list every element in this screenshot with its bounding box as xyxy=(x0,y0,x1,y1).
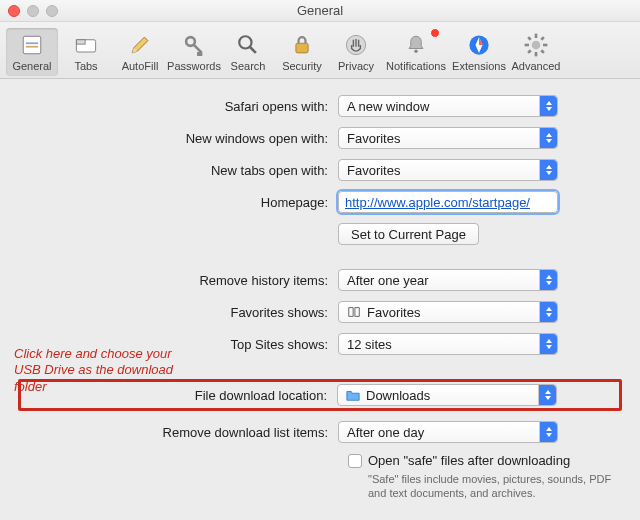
tab-label: Search xyxy=(231,60,266,72)
label-new-windows: New windows open with: xyxy=(18,131,338,146)
open-safe-help: "Safe" files include movies, pictures, s… xyxy=(368,472,618,501)
homepage-value: http://www.apple.com/startpage/ xyxy=(345,195,530,210)
chevron-updown-icon xyxy=(539,160,557,180)
select-value: Downloads xyxy=(366,388,430,403)
label-new-tabs: New tabs open with: xyxy=(18,163,338,178)
svg-line-19 xyxy=(541,37,544,40)
folder-icon xyxy=(346,388,360,402)
select-value: Favorites xyxy=(347,163,400,178)
pencil-icon xyxy=(122,30,158,60)
window-title: General xyxy=(0,3,640,18)
svg-line-18 xyxy=(541,50,544,53)
svg-point-10 xyxy=(414,49,418,53)
tabs-icon xyxy=(68,30,104,60)
svg-rect-8 xyxy=(296,43,308,53)
select-value: 12 sites xyxy=(347,337,392,352)
chevron-updown-icon xyxy=(539,128,557,148)
tab-notifications[interactable]: Notifications xyxy=(384,28,448,76)
select-value: Favorites xyxy=(367,305,420,320)
svg-rect-0 xyxy=(23,36,41,54)
titlebar: General xyxy=(0,0,640,22)
open-safe-label: Open "safe" files after downloading xyxy=(368,453,570,468)
select-value: After one day xyxy=(347,425,424,440)
tab-security[interactable]: Security xyxy=(276,28,328,76)
chevron-updown-icon xyxy=(539,334,557,354)
label-remove-downloads: Remove download list items: xyxy=(18,425,338,440)
label-remove-history: Remove history items: xyxy=(18,273,338,288)
compass-icon xyxy=(461,30,497,60)
book-icon xyxy=(347,305,361,319)
svg-rect-1 xyxy=(26,42,38,44)
chevron-updown-icon xyxy=(539,96,557,116)
select-new-windows[interactable]: Favorites xyxy=(338,127,558,149)
label-opens-with: Safari opens with: xyxy=(18,99,338,114)
label-homepage: Homepage: xyxy=(18,195,338,210)
tab-label: Passwords xyxy=(167,60,221,72)
select-value: Favorites xyxy=(347,131,400,146)
general-icon xyxy=(14,30,50,60)
select-value: After one year xyxy=(347,273,429,288)
tab-label: General xyxy=(12,60,51,72)
svg-line-17 xyxy=(528,37,531,40)
tab-tabs[interactable]: Tabs xyxy=(60,28,112,76)
notifications-badge xyxy=(430,28,440,38)
gear-icon xyxy=(518,30,554,60)
svg-rect-2 xyxy=(26,46,38,48)
tab-label: Notifications xyxy=(386,60,446,72)
bell-icon xyxy=(398,30,434,60)
search-icon xyxy=(230,30,266,60)
tab-label: AutoFill xyxy=(122,60,159,72)
key-icon xyxy=(176,30,212,60)
chevron-updown-icon xyxy=(539,270,557,290)
svg-line-20 xyxy=(528,50,531,53)
svg-rect-4 xyxy=(76,40,85,44)
general-pane: Safari opens with: A new window New wind… xyxy=(0,79,640,511)
tab-passwords[interactable]: Passwords xyxy=(168,28,220,76)
chevron-updown-icon xyxy=(539,422,557,442)
select-opens-with[interactable]: A new window xyxy=(338,95,558,117)
tab-search[interactable]: Search xyxy=(222,28,274,76)
open-safe-checkbox[interactable] xyxy=(348,454,362,468)
label-favorites-shows: Favorites shows: xyxy=(18,305,338,320)
tab-autofill[interactable]: AutoFill xyxy=(114,28,166,76)
tab-label: Tabs xyxy=(74,60,97,72)
hand-icon xyxy=(338,30,374,60)
select-download-location[interactable]: Downloads xyxy=(337,384,557,406)
tab-label: Advanced xyxy=(512,60,561,72)
tab-label: Extensions xyxy=(452,60,506,72)
tab-general[interactable]: General xyxy=(6,28,58,76)
tab-label: Security xyxy=(282,60,322,72)
lock-icon xyxy=(284,30,320,60)
tab-extensions[interactable]: Extensions xyxy=(450,28,508,76)
select-favorites-shows[interactable]: Favorites xyxy=(338,301,558,323)
homepage-field[interactable]: http://www.apple.com/startpage/ xyxy=(338,191,558,213)
set-current-page-button[interactable]: Set to Current Page xyxy=(338,223,479,245)
svg-point-12 xyxy=(532,41,541,50)
select-top-sites[interactable]: 12 sites xyxy=(338,333,558,355)
annotation-callout: Click here and choose your USB Drive as … xyxy=(14,346,174,395)
select-value: A new window xyxy=(347,99,429,114)
tab-privacy[interactable]: Privacy xyxy=(330,28,382,76)
select-new-tabs[interactable]: Favorites xyxy=(338,159,558,181)
svg-point-6 xyxy=(239,36,251,48)
button-label: Set to Current Page xyxy=(351,227,466,242)
select-remove-downloads[interactable]: After one day xyxy=(338,421,558,443)
chevron-updown-icon xyxy=(539,302,557,322)
chevron-updown-icon xyxy=(538,385,556,405)
tab-label: Privacy xyxy=(338,60,374,72)
svg-line-7 xyxy=(250,47,256,53)
tab-advanced[interactable]: Advanced xyxy=(510,28,562,76)
preferences-toolbar: General Tabs AutoFill Passwords Search S… xyxy=(0,22,640,79)
select-remove-history[interactable]: After one year xyxy=(338,269,558,291)
